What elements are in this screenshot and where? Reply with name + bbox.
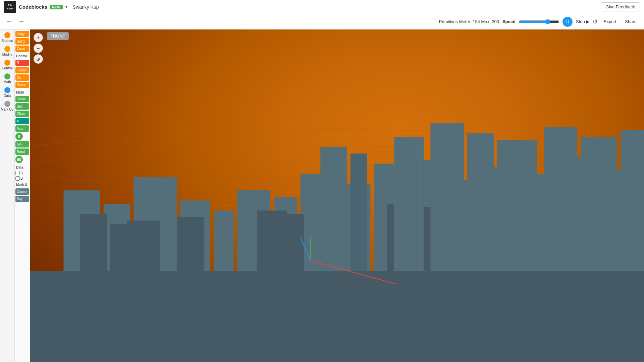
front-label: FRONT <box>47 32 69 40</box>
checkbox2[interactable] <box>15 176 20 181</box>
count-block[interactable]: Count <box>15 67 29 73</box>
viewport-canvas: + − ⊕ FRONT <box>30 29 644 362</box>
top-bar: TIN CAD Codeblocks NEW ▾ Swanky Kup Give… <box>0 0 644 14</box>
svg-rect-21 <box>257 210 287 271</box>
svg-rect-31 <box>544 127 577 271</box>
control-section-label: Contro <box>15 53 29 59</box>
primitives-meter: Primitives Meter: 154 Max: 200 <box>439 19 499 24</box>
data-checkbox1[interactable]: S <box>15 171 29 175</box>
copy-block[interactable]: Copy <box>15 31 29 37</box>
minus-icon: − <box>37 46 40 51</box>
svg-rect-19 <box>127 221 160 271</box>
sidebar-label-modify: Modify <box>2 53 12 56</box>
pause-icon: ⏸ <box>565 19 570 24</box>
sidebar-label-markup: Mark Up <box>1 108 14 111</box>
back-button[interactable]: ← <box>5 17 13 26</box>
share-button[interactable]: Share <box>622 18 639 25</box>
sidebar-item-modify[interactable]: Modify <box>0 45 14 58</box>
sidebar-label-math: Math <box>3 80 11 84</box>
svg-rect-29 <box>467 133 494 271</box>
create-block[interactable]: Creat <box>15 46 29 52</box>
math-section-label: Math <box>15 89 29 95</box>
zero-block[interactable]: 0 <box>15 133 23 140</box>
setc-block[interactable]: Set C <box>15 38 29 45</box>
ninety-block[interactable]: 90 <box>15 156 23 163</box>
rand-block[interactable]: Rand <box>15 148 29 155</box>
svg-rect-26 <box>351 154 367 271</box>
svg-rect-0 <box>30 271 644 362</box>
speed-label: Speed <box>502 19 516 24</box>
categories-sidebar: Shapes Modify Control Math Data Mark Up <box>0 29 15 362</box>
3d-viewport[interactable]: + − ⊕ FRONT <box>30 29 644 362</box>
app-name: Codeblocks <box>19 4 47 10</box>
comm-block[interactable]: Comm <box>15 188 29 195</box>
logo-text: TIN CAD <box>7 4 13 10</box>
sidebar-item-data[interactable]: Data <box>0 86 14 99</box>
svg-rect-25 <box>320 147 347 271</box>
plus-icon: + <box>37 35 40 40</box>
svg-rect-30 <box>497 140 537 271</box>
markup-section-label: Mark U <box>15 182 29 187</box>
svg-rect-17 <box>80 214 107 271</box>
compass-button[interactable]: ⊕ <box>34 54 43 64</box>
svg-rect-28 <box>430 123 464 271</box>
forward-button[interactable]: → <box>17 17 25 26</box>
project-name[interactable]: Swanky Kup <box>73 4 99 10</box>
pause-button[interactable]: ⏸ <box>562 17 573 27</box>
speed-slider[interactable] <box>519 19 559 24</box>
r-block[interactable]: R <box>15 60 29 66</box>
svg-rect-5 <box>214 210 234 271</box>
svg-rect-33 <box>621 130 644 271</box>
data-checkbox2[interactable]: B <box>15 176 29 181</box>
x-block[interactable]: X. <box>15 118 29 124</box>
buildings-svg <box>30 29 644 362</box>
viewport-controls: + − ⊕ <box>34 33 43 64</box>
zoom-out-button[interactable]: − <box>34 44 43 53</box>
svg-rect-32 <box>581 137 617 271</box>
export-button[interactable]: Export <box>601 18 619 25</box>
dropdown-arrow-icon[interactable]: ▾ <box>65 5 67 9</box>
reset-button[interactable]: ↺ <box>593 18 598 25</box>
compass-icon: ⊕ <box>36 56 40 62</box>
change-block[interactable]: Chan <box>15 111 29 117</box>
svg-rect-20 <box>177 217 204 271</box>
sidebar-item-control[interactable]: Control <box>0 58 14 71</box>
axis-block[interactable]: Axis <box>15 125 29 132</box>
svg-rect-27 <box>394 137 424 271</box>
secondary-toolbar: ← → Primitives Meter: 154 Max: 200 Speed… <box>0 14 644 29</box>
do-block[interactable]: Do - <box>15 74 29 81</box>
set-block[interactable]: Set <box>15 103 29 110</box>
sidebar-item-markup[interactable]: Mark Up <box>0 100 14 113</box>
step-label: Step <box>576 19 585 24</box>
give-feedback-button[interactable]: Give Feedback <box>601 2 640 11</box>
app-logo: TIN CAD <box>4 1 16 13</box>
sidebar-item-math[interactable]: Math <box>0 72 14 85</box>
svg-rect-22 <box>284 214 304 271</box>
pause-block[interactable]: Pause <box>15 82 29 88</box>
sin-block[interactable]: Sin <box>15 141 29 147</box>
new-badge: NEW <box>50 5 63 9</box>
checkbox1[interactable] <box>15 171 20 175</box>
sidebar-label-data: Data <box>4 94 11 98</box>
sidebar-label-shapes: Shapes <box>2 39 13 43</box>
sidebar-label-control: Control <box>2 66 12 70</box>
step-button[interactable]: Step ▶ <box>576 19 589 24</box>
step-icon: ▶ <box>586 19 589 24</box>
sidebar-item-shapes[interactable]: Shapes <box>0 31 14 44</box>
blocks-panel: Copy Set C Creat Contro R Count Do - Pau… <box>15 29 30 362</box>
create2-block[interactable]: Creat <box>15 96 29 102</box>
zoom-in-button[interactable]: + <box>34 33 43 42</box>
data-section-label: Data <box>15 164 29 170</box>
main-area: Shapes Modify Control Math Data Mark Up … <box>0 29 644 362</box>
say-block[interactable]: Say <box>15 196 29 202</box>
